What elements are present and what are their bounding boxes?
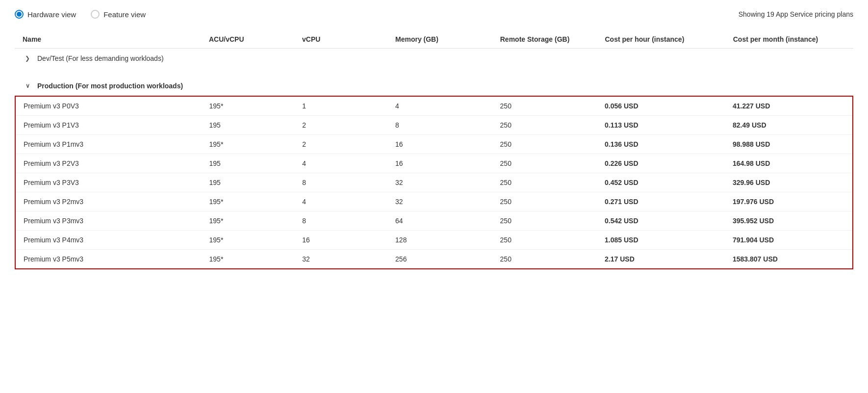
table-cell: 41.227 USD [725, 96, 853, 116]
table-cell: 2.17 USD [597, 250, 725, 269]
table-cell: Premium v3 P3mv3 [15, 211, 202, 231]
table-cell: 16 [387, 154, 492, 173]
table-cell: 0.113 USD [597, 116, 725, 135]
feature-view-label: Feature view [103, 10, 146, 19]
table-cell: 0.542 USD [597, 211, 725, 231]
hardware-view-option[interactable]: Hardware view [15, 10, 76, 19]
hardware-view-radio[interactable] [15, 10, 24, 19]
col-header-acu: ACU/vCPU [201, 30, 294, 49]
table-cell: 0.056 USD [597, 96, 725, 116]
table-cell: 195* [202, 192, 295, 211]
top-bar: Hardware view Feature view Showing 19 Ap… [15, 10, 853, 19]
production-row: Premium v3 P3V31958322500.452 USD329.96 … [15, 173, 853, 192]
table-cell: 195 [202, 154, 295, 173]
pricing-table: Name ACU/vCPU vCPU Memory (GB) Remote St… [15, 30, 853, 269]
table-cell: 4 [387, 96, 492, 116]
production-row: Premium v3 P5mv3195*322562502.17 USD1583… [15, 250, 853, 269]
production-row: Premium v3 P2V31954162500.226 USD164.98 … [15, 154, 853, 173]
table-cell: 250 [492, 192, 597, 211]
table-cell: 250 [492, 154, 597, 173]
hardware-view-label: Hardware view [27, 10, 76, 19]
col-header-remote: Remote Storage (GB) [492, 30, 597, 49]
table-cell: 2 [294, 116, 387, 135]
table-cell: 1 [294, 96, 387, 116]
table-cell: 791.904 USD [725, 231, 853, 250]
dev-test-section-label: Dev/Test (For less demanding workloads) [37, 54, 164, 62]
table-cell: 98.988 USD [725, 135, 853, 154]
table-cell: 1583.807 USD [725, 250, 853, 269]
table-cell: 0.136 USD [597, 135, 725, 154]
table-cell: Premium v3 P1mv3 [15, 135, 202, 154]
table-cell: 16 [387, 135, 492, 154]
dev-test-section-row[interactable]: ❯ Dev/Test (For less demanding workloads… [15, 49, 853, 69]
table-cell: 197.976 USD [725, 192, 853, 211]
table-cell: 2 [294, 135, 387, 154]
production-row: Premium v3 P1mv3195*2162500.136 USD98.98… [15, 135, 853, 154]
table-cell: 64 [387, 211, 492, 231]
table-cell: 250 [492, 116, 597, 135]
showing-count-text: Showing 19 App Service pricing plans [739, 10, 853, 18]
dev-test-expand-icon[interactable]: ❯ [23, 53, 32, 63]
table-cell: Premium v3 P4mv3 [15, 231, 202, 250]
table-cell: 250 [492, 250, 597, 269]
table-cell: 195* [202, 231, 295, 250]
table-cell: 195* [202, 211, 295, 231]
production-row: Premium v3 P1V3195282500.113 USD82.49 US… [15, 116, 853, 135]
col-header-name: Name [15, 30, 201, 49]
table-cell: 329.96 USD [725, 173, 853, 192]
table-cell: 32 [387, 192, 492, 211]
production-border-row: Premium v3 P0V3195*142500.056 USD41.227 … [15, 96, 853, 269]
table-cell: 0.226 USD [597, 154, 725, 173]
production-row: Premium v3 P4mv3195*161282501.085 USD791… [15, 231, 853, 250]
table-cell: 32 [294, 250, 387, 269]
dev-test-section-cell[interactable]: ❯ Dev/Test (For less demanding workloads… [15, 49, 853, 69]
table-cell: 164.98 USD [725, 154, 853, 173]
production-section-label: Production (For most production workload… [37, 82, 183, 90]
production-row: Premium v3 P3mv3195*8642500.542 USD395.9… [15, 211, 853, 231]
table-cell: 8 [294, 173, 387, 192]
table-cell: Premium v3 P3V3 [15, 173, 202, 192]
table-cell: Premium v3 P5mv3 [15, 250, 202, 269]
feature-view-radio[interactable] [91, 10, 100, 19]
table-cell: 8 [294, 211, 387, 231]
table-cell: 195* [202, 250, 295, 269]
table-cell: 82.49 USD [725, 116, 853, 135]
col-header-cost-month: Cost per month (instance) [725, 30, 853, 49]
table-cell: 32 [387, 173, 492, 192]
table-cell: 16 [294, 231, 387, 250]
table-cell: 250 [492, 173, 597, 192]
table-cell: 195* [202, 135, 295, 154]
production-section-row[interactable]: ∨ Production (For most production worklo… [15, 72, 853, 96]
production-row: Premium v3 P0V3195*142500.056 USD41.227 … [15, 96, 853, 116]
table-cell: 195 [202, 116, 295, 135]
table-cell: 195* [202, 96, 295, 116]
production-expand-icon[interactable]: ∨ [23, 81, 32, 91]
table-cell: 128 [387, 231, 492, 250]
table-cell: 250 [492, 231, 597, 250]
table-cell: Premium v3 P2V3 [15, 154, 202, 173]
col-header-cost-hour: Cost per hour (instance) [597, 30, 725, 49]
table-cell: 395.952 USD [725, 211, 853, 231]
view-options: Hardware view Feature view [15, 10, 146, 19]
table-cell: 256 [387, 250, 492, 269]
production-row: Premium v3 P2mv3195*4322500.271 USD197.9… [15, 192, 853, 211]
production-inner-table: Premium v3 P0V3195*142500.056 USD41.227 … [15, 96, 853, 269]
table-cell: 250 [492, 211, 597, 231]
table-cell: 1.085 USD [597, 231, 725, 250]
table-cell: 4 [294, 192, 387, 211]
production-section-cell[interactable]: ∨ Production (For most production worklo… [15, 72, 853, 96]
table-cell: 0.452 USD [597, 173, 725, 192]
feature-view-option[interactable]: Feature view [91, 10, 146, 19]
table-cell: 250 [492, 135, 597, 154]
table-cell: Premium v3 P1V3 [15, 116, 202, 135]
table-cell: Premium v3 P2mv3 [15, 192, 202, 211]
table-cell: 8 [387, 116, 492, 135]
table-cell: 250 [492, 96, 597, 116]
spacer-row [15, 68, 853, 72]
table-cell: Premium v3 P0V3 [15, 96, 202, 116]
table-cell: 4 [294, 154, 387, 173]
table-header-row: Name ACU/vCPU vCPU Memory (GB) Remote St… [15, 30, 853, 49]
col-header-memory: Memory (GB) [387, 30, 492, 49]
table-cell: 195 [202, 173, 295, 192]
col-header-vcpu: vCPU [294, 30, 387, 49]
